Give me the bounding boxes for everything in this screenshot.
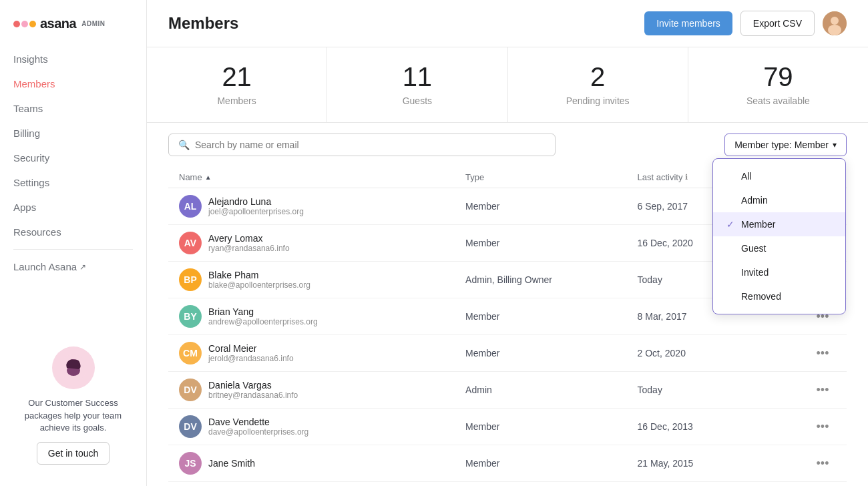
member-avatar: DV [179, 379, 202, 401]
sidebar-label-insights: Insights [13, 53, 48, 65]
member-type: Member [465, 201, 637, 212]
header-actions: Invite members Export CSV [644, 11, 847, 36]
dropdown-label-member: Member [741, 219, 775, 230]
member-name: Dave Vendette [208, 417, 308, 427]
svg-point-4 [831, 17, 839, 25]
invite-members-button[interactable]: Invite members [644, 11, 732, 35]
member-avatar: JS [179, 452, 202, 475]
sidebar-item-insights[interactable]: Insights [5, 47, 141, 71]
member-actions: ••• [809, 381, 836, 400]
member-email: dave@apolloenterprises.org [208, 427, 308, 437]
member-type: Admin [465, 385, 637, 395]
stat-guests: 11 Guests [327, 47, 507, 122]
member-type: Member [465, 311, 637, 322]
member-email: joel@apolloenterprises.org [208, 207, 304, 216]
admin-badge: ADMIN [81, 20, 105, 27]
member-details: Avery Lomax ryan@randasana6.info [208, 233, 290, 253]
dropdown-label-all: All [741, 171, 752, 182]
member-info: DV Daniela Vargas britney@randasana6.inf… [179, 379, 465, 401]
dropdown-option-invited[interactable]: Invited [713, 260, 845, 284]
member-name: Coral Meier [208, 343, 294, 354]
member-activity: Today [638, 385, 809, 395]
member-actions: ••• [809, 344, 836, 363]
stat-number-pending: 2 [519, 63, 677, 90]
stat-number-seats: 79 [699, 63, 857, 90]
dropdown-option-guest[interactable]: Guest [713, 236, 845, 260]
member-avatar: BP [179, 268, 202, 291]
launch-asana-label: Launch Asana [13, 261, 77, 272]
get-in-touch-button[interactable]: Get in touch [37, 442, 110, 465]
sidebar-label-members: Members [13, 78, 55, 89]
dropdown-option-removed[interactable]: Removed [713, 284, 845, 308]
sidebar-label-billing: Billing [13, 128, 40, 139]
member-details: Jane Smith [208, 458, 255, 469]
member-avatar: BY [179, 305, 202, 328]
main-content: Members Invite members Export CSV 21 Mem… [147, 0, 868, 486]
member-details: Blake Pham blake@apolloenterprises.org [208, 270, 310, 290]
dropdown-option-all[interactable]: All [713, 164, 845, 188]
sidebar-item-settings[interactable]: Settings [5, 171, 141, 194]
search-input[interactable] [195, 140, 546, 150]
stat-label-members: Members [158, 95, 316, 106]
search-box[interactable]: 🔍 [168, 134, 556, 156]
column-name[interactable]: Name ▲ [179, 172, 465, 182]
member-email: blake@apolloenterprises.org [208, 280, 310, 290]
page-title: Members [168, 14, 238, 33]
sidebar-label-security: Security [13, 152, 49, 164]
table-row: DV Daniela Vargas britney@randasana6.inf… [168, 372, 847, 409]
member-type: Member [465, 458, 637, 469]
stat-members: 21 Members [147, 47, 327, 122]
sidebar-item-security[interactable]: Security [5, 146, 141, 170]
dot-red [13, 21, 20, 27]
more-options-button[interactable]: ••• [814, 344, 832, 363]
table-row: JS Jane Smith Member 21 May, 2015 ••• [168, 445, 847, 482]
cs-description: Our Customer Success packages help your … [13, 397, 133, 434]
member-type-filter[interactable]: Member type: Member ▾ All Admin ✓ Me [724, 134, 847, 156]
member-info: AL Alejandro Luna joel@apolloenterprises… [179, 195, 465, 218]
more-options-button[interactable]: ••• [814, 454, 832, 473]
nav-divider [13, 249, 133, 250]
member-type: Member [465, 238, 637, 248]
member-details: Daniela Vargas britney@randasana6.info [208, 380, 298, 400]
member-details: Coral Meier jerold@randasana6.info [208, 343, 294, 363]
column-name-label: Name [179, 172, 202, 182]
dot-orange [29, 21, 36, 27]
customer-success-card: Our Customer Success packages help your … [13, 346, 133, 465]
member-details: Alejandro Luna joel@apolloenterprises.or… [208, 196, 304, 216]
dropdown-label-admin: Admin [741, 195, 768, 206]
table-row: DV Dave Vendette dave@apolloenterprises.… [168, 409, 847, 445]
info-icon[interactable]: ℹ [685, 173, 688, 182]
sidebar-item-teams[interactable]: Teams [5, 97, 141, 120]
sidebar-item-apps[interactable]: Apps [5, 196, 141, 219]
sidebar-label-teams: Teams [13, 103, 43, 114]
member-activity: 16 Dec, 2013 [638, 421, 809, 432]
sidebar-item-billing[interactable]: Billing [5, 121, 141, 145]
stat-pending: 2 Pending invites [508, 47, 688, 122]
asana-logo: asana ADMIN [13, 16, 105, 31]
more-options-button[interactable]: ••• [814, 381, 832, 400]
member-details: Brian Yang andrew@apolloenterprises.org [208, 306, 318, 326]
member-activity: 21 May, 2015 [638, 458, 809, 469]
stat-number-guests: 11 [338, 63, 496, 90]
user-avatar[interactable] [823, 11, 847, 35]
stats-bar: 21 Members 11 Guests 2 Pending invites 7… [147, 47, 868, 123]
member-type: Admin, Billing Owner [465, 274, 637, 285]
member-avatar: CM [179, 342, 202, 364]
member-email: jerold@randasana6.info [208, 354, 294, 363]
dropdown-option-admin[interactable]: Admin [713, 188, 845, 212]
member-type-dropdown: All Admin ✓ Member Guest [712, 158, 846, 314]
member-actions: ••• [809, 454, 836, 473]
more-options-button[interactable]: ••• [814, 417, 832, 437]
filter-label: Member type: Member [734, 140, 829, 150]
export-csv-button[interactable]: Export CSV [740, 11, 815, 36]
dropdown-option-member[interactable]: ✓ Member [713, 212, 845, 236]
member-name: Brian Yang [208, 306, 318, 317]
launch-asana-link[interactable]: Launch Asana ↗ [5, 255, 141, 278]
logo-area: asana ADMIN [0, 11, 146, 47]
member-info: DV Dave Vendette dave@apolloenterprises.… [179, 415, 465, 438]
member-info: BP Blake Pham blake@apolloenterprises.or… [179, 268, 465, 291]
member-name: Blake Pham [208, 270, 310, 280]
sidebar-item-resources[interactable]: Resources [5, 220, 141, 244]
sidebar-item-members[interactable]: Members [5, 72, 141, 95]
member-name: Alejandro Luna [208, 196, 304, 207]
